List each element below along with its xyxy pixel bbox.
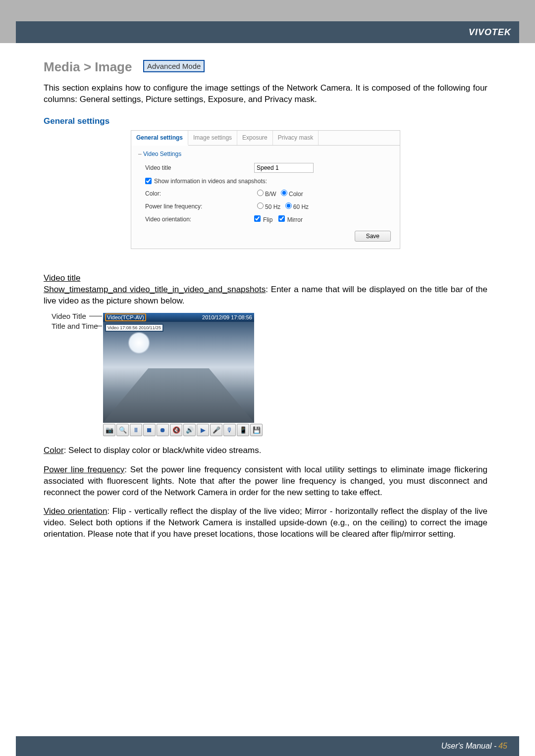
tabs: General settings Image settings Exposure… xyxy=(131,131,400,146)
video-titlebar: Video(TCP-AV) 2010/12/09 17:08:56 xyxy=(103,313,254,322)
tool-zoom-icon[interactable]: 🔍 xyxy=(116,424,129,436)
advanced-mode-badge: Advanced Mode xyxy=(143,60,205,72)
color-paragraph: Color: Select to display color or black/… xyxy=(44,445,487,456)
video-title-label: Video title xyxy=(145,164,254,171)
video-preview-area: Video Title Title and Time Video(TCP-AV)… xyxy=(44,313,487,439)
tab-exposure[interactable]: Exposure xyxy=(237,131,273,145)
tool-play-icon[interactable]: ▶ xyxy=(197,424,209,436)
video-title-overlay: Video(TCP-AV) xyxy=(105,313,146,321)
video-toolbar: 📷 🔍 ⏸ ⏹ ⏺ 🔇 🔊 ▶ 🎤 🎙 📱 💾 xyxy=(103,424,263,436)
video-frame: Video(TCP-AV) 2010/12/09 17:08:56 Video … xyxy=(103,313,254,423)
orient-head: Video orientation xyxy=(44,506,107,516)
plf-label: Power line frequency: xyxy=(145,203,254,210)
flip-checkbox[interactable] xyxy=(254,215,261,222)
save-button[interactable]: Save xyxy=(355,231,391,242)
show-info-checkbox[interactable] xyxy=(145,178,152,184)
video-time-overlay: Video 17:08:56 2010/11/25 xyxy=(105,324,163,332)
tool-mic2-icon[interactable]: 🎙 xyxy=(223,424,236,436)
general-settings-heading: General settings xyxy=(44,116,487,126)
color-head: Color xyxy=(44,446,64,455)
callout-title-and-time: Title and Time xyxy=(52,322,98,330)
page-title: Media > Image xyxy=(44,59,132,75)
intro-text: This section explains how to configure t… xyxy=(44,83,487,105)
footer-label: User's Manual - xyxy=(441,742,497,751)
plf-50-radio[interactable] xyxy=(257,202,264,209)
tool-fullscreen-icon[interactable]: 📱 xyxy=(237,424,249,436)
plf-head: Power line frequency xyxy=(44,465,124,474)
callout-line-2 xyxy=(97,326,102,326)
color-bw-text: B/W xyxy=(265,191,276,198)
video-title-section: Video title Show_timestamp_and video_tit… xyxy=(44,273,487,307)
tool-mic-icon[interactable]: 🎤 xyxy=(210,424,222,436)
orientation-paragraph: Video orientation: Flip - vertically ref… xyxy=(44,506,487,540)
video-scene xyxy=(103,322,254,423)
settings-panel: General settings Image settings Exposure… xyxy=(131,130,400,249)
mirror-checkbox[interactable] xyxy=(278,215,285,222)
tool-pause-icon[interactable]: ⏸ xyxy=(130,424,142,436)
flip-label: Flip xyxy=(263,216,272,223)
mirror-label: Mirror xyxy=(287,216,303,223)
callout-video-title: Video Title xyxy=(52,312,86,320)
tool-stop-icon[interactable]: ⏹ xyxy=(143,424,156,436)
footer: User's Manual - 45 xyxy=(16,736,519,756)
tab-privacy-mask[interactable]: Privacy mask xyxy=(273,131,319,145)
color-bw-radio[interactable] xyxy=(257,190,264,196)
plf-60-radio[interactable] xyxy=(285,202,292,209)
show-info-label: Show information in videos and snapshots… xyxy=(154,178,267,185)
video-timestamp: 2010/12/09 17:08:56 xyxy=(202,314,252,320)
brand-logo: VIVOTEK xyxy=(469,27,511,38)
tool-save-icon[interactable]: 💾 xyxy=(250,424,263,436)
color-rest: : Select to display color or black/white… xyxy=(64,446,262,455)
orient-rest: : Flip - vertically reflect the display … xyxy=(44,506,487,539)
tool-volume-icon[interactable]: 🔊 xyxy=(183,424,196,436)
color-label: Color: xyxy=(145,190,254,197)
callout-line-1 xyxy=(89,316,102,316)
color-color-text: Color xyxy=(289,191,303,198)
video-title-underline: Video title xyxy=(44,273,80,283)
tab-image-settings[interactable]: Image settings xyxy=(188,131,237,145)
video-title-input[interactable] xyxy=(254,163,314,173)
tool-record-icon[interactable]: ⏺ xyxy=(157,424,169,436)
color-color-radio[interactable] xyxy=(281,190,287,196)
orientation-label: Video orientation: xyxy=(145,216,254,223)
tool-snapshot-icon[interactable]: 📷 xyxy=(103,424,115,436)
video-settings-group: Video Settings xyxy=(131,146,400,160)
tab-general-settings[interactable]: General settings xyxy=(131,131,188,146)
plf-60-text: 60 Hz xyxy=(293,203,309,210)
show-timestamp-underline: Show_timestamp_and video_title_in_video_… xyxy=(44,285,266,294)
page-number: 45 xyxy=(498,742,507,751)
plf-50-text: 50 Hz xyxy=(265,203,280,210)
tool-mute-icon[interactable]: 🔇 xyxy=(170,424,182,436)
plf-paragraph: Power line frequency: Set the power line… xyxy=(44,464,487,499)
